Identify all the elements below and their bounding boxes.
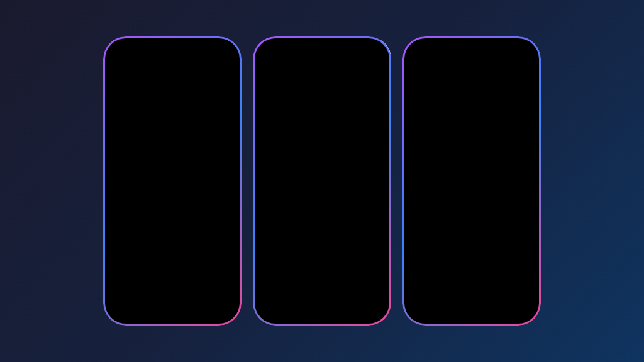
search-icon: 🔍 [417, 70, 425, 77]
time-2: 2:04 [265, 43, 276, 49]
create-community-item[interactable]: + Create a community [105, 250, 240, 272]
community-dot-1 [228, 173, 232, 177]
suggested-friends-label: SUGGESTED FRIENDS [404, 93, 539, 102]
signal-icon-2: ▌▌▌ [362, 43, 372, 49]
community-name-2: Photography [134, 193, 170, 200]
status-bar-3: 2:04 ▌▌▌ ∿ ▮ [404, 38, 539, 51]
archive-icon: 📁 [113, 136, 126, 150]
community-women-who-surf[interactable]: 🏄 Women Who Surf [105, 228, 240, 250]
nav-marketplace[interactable]: 🏪 Marketplace [105, 92, 240, 112]
communities-section-header: Communities Edit [105, 153, 240, 164]
group-name-input[interactable]: AP Chem Support Crew [264, 120, 384, 137]
privacy-public[interactable]: Public [264, 178, 384, 196]
time-1: 2:04 [115, 43, 126, 49]
avatar: AW [113, 55, 128, 70]
check-mohammad[interactable] [520, 245, 531, 256]
plus-icon: + [113, 253, 129, 269]
username: Alex Walker [131, 58, 170, 66]
community-motion-graphic[interactable]: 🎨 Motion Graphic Bests [105, 207, 240, 228]
message-requests-label: Message requests [131, 119, 188, 126]
edit-button[interactable]: Edit [221, 156, 232, 163]
chevron-down-icon: ⌄ [173, 58, 179, 67]
friend-avatar-jacqueline: JF [412, 160, 431, 179]
friend-leni[interactable]: LS Leni Sitompul ✓ [404, 184, 539, 211]
friend-avatar-leni: LS [412, 187, 431, 206]
community-avatar-1: 🚵 [113, 167, 129, 183]
friend-avatar-ananda: AP [412, 214, 431, 233]
communities-label: Communities [113, 156, 148, 163]
home-indicator-2 [255, 267, 391, 278]
search-bar[interactable]: 🔍 Search [411, 67, 533, 80]
friend-mohammad[interactable]: MH Mohammad Hosseini [404, 238, 539, 265]
time-3: 2:04 [414, 43, 426, 49]
friend-name-ananda: Ananda Pal [436, 221, 515, 228]
chats-label: Chats [131, 79, 150, 86]
check-shannon[interactable]: ✓ [520, 110, 531, 121]
check-jacqueline[interactable]: ✓ [520, 164, 531, 175]
marketplace-icon: 🏪 [113, 96, 126, 109]
search-placeholder: Search [428, 70, 448, 77]
p3-header: Cancel Invite to community Send [404, 51, 539, 67]
community-name-4: Women Who Surf [134, 236, 184, 243]
check-ananda[interactable] [520, 218, 531, 229]
check-icon: ✓ [372, 165, 377, 173]
send-button[interactable]: Send [516, 56, 531, 63]
friend-name-leni: Leni Sitompul [436, 194, 515, 200]
status-bar-2: 2:04 ▌▌▌ ∿ ▮ [255, 38, 391, 51]
friend-avatar-tina: TP [412, 133, 431, 152]
deselect-1[interactable]: × [428, 87, 436, 93]
battery-icon-2: ▮ [380, 43, 383, 49]
community-avatar-3: 🎨 [113, 209, 129, 226]
char-count: 20/75 [264, 138, 384, 144]
signal-icon-3: ▌▌▌ [508, 43, 518, 49]
check-maggie[interactable] [520, 299, 531, 310]
archive-label: Archive [131, 139, 155, 146]
friend-avatar-maggie: MS [412, 295, 431, 314]
friend-maggie[interactable]: MS Maggie Smith [404, 292, 539, 319]
check-tina[interactable]: ✓ [520, 137, 531, 148]
friend-ananda[interactable]: AP Ananda Pal [404, 211, 539, 238]
p2-header: Cancel [255, 51, 391, 67]
deselect-3[interactable]: × [486, 87, 494, 93]
status-bar-1: 2:04 ▌▌▌ ∿ ▮ [105, 38, 240, 51]
check-james[interactable] [520, 272, 531, 283]
privacy-private[interactable]: Private ✓ [264, 160, 384, 178]
friend-tina[interactable]: TP Tina Philips ✓ [404, 129, 539, 156]
chats-badge: 1 [223, 78, 232, 87]
gear-icon[interactable]: ⚙ [213, 58, 221, 67]
group-name-label: Group name [264, 111, 384, 118]
menu-icon[interactable]: ≡ [227, 58, 232, 67]
check-leni[interactable]: ✓ [520, 191, 531, 202]
invite-title: Invite to community [438, 55, 509, 63]
wifi-icon-3: ∿ [520, 43, 525, 49]
community-photography[interactable]: 📷 Photography [105, 185, 240, 207]
p1-header: AW Alex Walker ⌄ ⚙ ≡ [105, 51, 240, 72]
community-bay-area-biking[interactable]: 🚵 Bay Area Biking [105, 164, 240, 185]
community-name-1: Bay Area Biking [134, 172, 179, 178]
deselect-4[interactable]: × [516, 87, 524, 93]
friend-james[interactable]: JA James Acaster [404, 265, 539, 292]
friend-jacqueline[interactable]: JF Jacqueline Farley ✓ [404, 156, 539, 184]
nav-archive[interactable]: 📁 Archive [105, 133, 240, 153]
privacy-group: Private ✓ Public [264, 159, 384, 197]
deselect-2[interactable]: × [457, 87, 465, 93]
cancel-button-2[interactable]: Cancel [262, 55, 282, 62]
friend-shannon[interactable]: SB Shannon Brown ✓ [404, 102, 539, 129]
home-indicator-3 [404, 319, 539, 324]
community-name-3: Motion Graphic Bests [134, 214, 194, 221]
friend-avatar-james: JA [412, 268, 431, 287]
user-profile[interactable]: AW Alex Walker ⌄ [113, 55, 179, 70]
phone-1: 2:04 ▌▌▌ ∿ ▮ AW Alex Walker ⌄ ⚙ ≡ [103, 36, 242, 326]
home-indicator-1 [105, 272, 240, 283]
public-label: Public [270, 184, 289, 191]
nav-chats[interactable]: 💬 Chats 1 [105, 72, 240, 92]
marketplace-label: Marketplace [131, 99, 169, 106]
community-avatar-4: 🏄 [113, 231, 129, 247]
wifi-icon: ∿ [221, 43, 225, 49]
create-button[interactable]: Create [264, 239, 384, 260]
friend-name-maggie: Maggie Smith [436, 302, 515, 309]
cancel-button-3[interactable]: Cancel [412, 56, 431, 63]
friend-name-shannon: Shannon Brown [436, 112, 515, 119]
learn-more-link[interactable]: Learn more [264, 211, 382, 223]
nav-message-requests[interactable]: ✉ Message requests [105, 112, 240, 133]
